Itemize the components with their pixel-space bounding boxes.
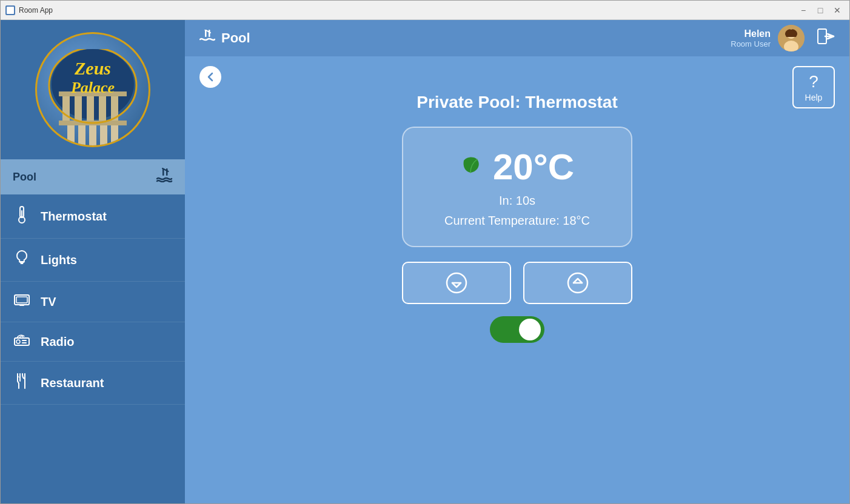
top-bar-right: Helen Room User [731, 25, 835, 51]
top-bar-left: Pool [199, 30, 250, 47]
svg-rect-31 [209, 30, 210, 37]
app-title: Room App [19, 6, 53, 15]
current-temp-text: Current Temperature: 18°C [444, 214, 590, 228]
content-area: ? Help Private Pool: Thermostat [185, 56, 849, 503]
back-button[interactable] [199, 66, 221, 88]
temperature-value: 20°C [493, 146, 574, 188]
toggle-knob [519, 319, 541, 340]
logo: Zeus Palace [35, 32, 150, 147]
decrease-button[interactable] [402, 262, 511, 304]
countdown-text: In: 10s [499, 194, 535, 208]
svg-text:Zeus: Zeus [74, 58, 111, 78]
sidebar-item-tv[interactable]: TV [1, 282, 185, 322]
svg-rect-6 [99, 94, 106, 122]
app-body: Zeus Palace Pool [1, 20, 849, 503]
svg-point-24 [16, 340, 20, 343]
toggle-container [490, 316, 544, 343]
tv-label: TV [41, 295, 56, 309]
user-info: Helen Room User [731, 28, 771, 48]
tv-icon [13, 293, 31, 311]
help-label: Help [805, 93, 823, 102]
pool-nav-icon [156, 168, 173, 186]
svg-rect-21 [16, 297, 27, 303]
sidebar: Zeus Palace Pool [1, 20, 185, 503]
radio-label: Radio [41, 335, 75, 349]
help-icon: ? [809, 72, 818, 91]
svg-text:Palace: Palace [70, 79, 115, 96]
title-bar-controls: − □ ✕ [796, 4, 845, 16]
leaf-icon [460, 154, 481, 180]
topbar-pool-icon [199, 30, 215, 47]
restaurant-icon [13, 373, 31, 393]
help-button[interactable]: ? Help [792, 66, 835, 108]
radio-icon [13, 333, 31, 350]
svg-rect-5 [87, 94, 94, 122]
app-icon [5, 5, 15, 15]
controls-row [402, 262, 632, 304]
main-content: Pool Helen Room User [185, 20, 849, 503]
restaurant-label: Restaurant [41, 376, 104, 390]
svg-rect-25 [22, 340, 27, 341]
power-toggle[interactable] [490, 316, 544, 343]
sidebar-item-lights[interactable]: Lights [1, 239, 185, 282]
sidebar-item-thermostat[interactable]: Thermostat [1, 194, 185, 239]
svg-rect-19 [21, 263, 24, 264]
svg-rect-0 [7, 7, 14, 14]
top-bar: Pool Helen Room User [185, 20, 849, 56]
logo-svg: Zeus Palace [44, 49, 141, 134]
close-button[interactable]: ✕ [830, 4, 845, 16]
maximize-button[interactable]: □ [813, 4, 828, 16]
user-name: Helen [731, 28, 771, 39]
minimize-button[interactable]: − [796, 4, 811, 16]
sidebar-item-restaurant[interactable]: Restaurant [1, 362, 185, 405]
logo-area: Zeus Palace [1, 20, 185, 159]
card-top: 20°C [427, 146, 607, 188]
sidebar-item-pool[interactable]: Pool [1, 159, 185, 194]
logout-button[interactable] [817, 28, 835, 49]
thermometer-icon [13, 205, 31, 227]
user-role: Room User [731, 39, 771, 48]
increase-button[interactable] [523, 262, 632, 304]
svg-rect-4 [75, 94, 82, 122]
page-title: Private Pool: Thermostat [417, 93, 617, 112]
svg-rect-18 [19, 262, 24, 263]
svg-rect-17 [21, 210, 22, 217]
title-bar-left: Room App [5, 5, 53, 15]
bulb-icon [13, 250, 31, 270]
title-bar: Room App − □ ✕ [1, 1, 849, 20]
lights-label: Lights [41, 253, 77, 267]
app-window: Room App − □ ✕ [0, 0, 850, 504]
svg-rect-14 [166, 168, 168, 176]
thermostat-label: Thermostat [41, 210, 107, 224]
sidebar-item-radio[interactable]: Radio [1, 322, 185, 362]
svg-rect-22 [19, 305, 24, 306]
svg-rect-26 [22, 342, 27, 343]
topbar-title: Pool [221, 30, 250, 46]
thermostat-card: 20°C In: 10s Current Temperature: 18°C [402, 127, 632, 247]
user-avatar [778, 25, 805, 51]
